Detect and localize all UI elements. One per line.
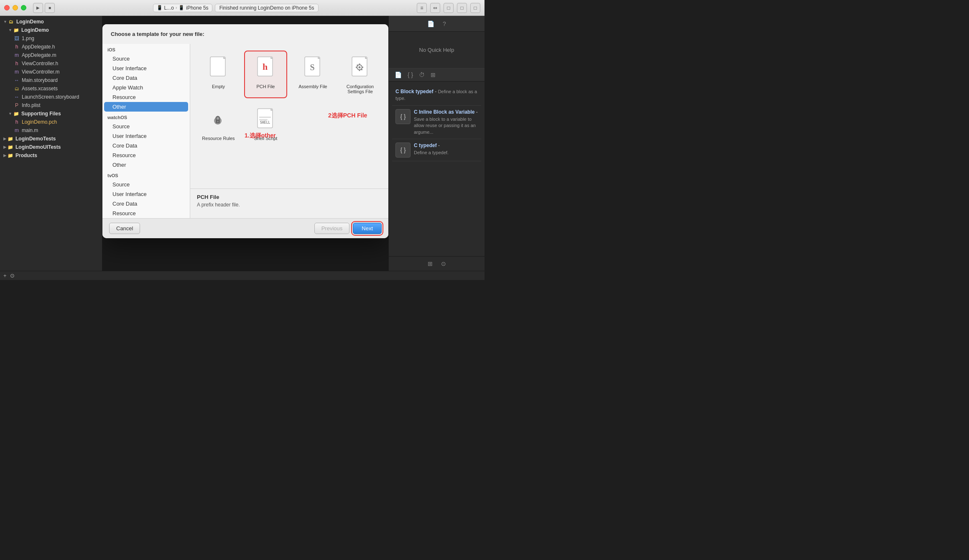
bottom-tab-grid[interactable]: ⊞ xyxy=(425,259,435,268)
file-inspector-tab[interactable]: 📄 xyxy=(425,19,437,28)
inspector-toggle[interactable]: □ xyxy=(470,3,480,13)
template-icon-assembly: S xyxy=(301,55,326,81)
dialog-header: Choose a template for your new file: xyxy=(102,24,388,44)
inspector-tab-braces[interactable]: { } xyxy=(405,70,416,79)
template-item-config[interactable]: Configuration Settings File xyxy=(339,51,382,98)
sidebar-item-main-m[interactable]: m main.m xyxy=(0,126,102,135)
cat-item-watchos-other[interactable]: Other xyxy=(102,160,190,170)
disclosure-icon: ▼ xyxy=(3,20,7,24)
inspector-panel: 📄 ? No Quick Help 📄 { } ⏱ ⊞ C Block type… xyxy=(388,16,484,271)
disclosure-icon: ▶ xyxy=(3,145,6,149)
cat-item-ios-other[interactable]: Other xyxy=(104,102,188,112)
folder-icon: 📁 xyxy=(7,135,14,142)
svg-text:SHELL: SHELL xyxy=(260,121,270,125)
cat-item-tvos-resource[interactable]: Resource xyxy=(102,209,190,218)
debug-toggle[interactable]: □ xyxy=(457,3,467,13)
cat-item-watchos-source[interactable]: Source xyxy=(102,122,190,131)
new-file-dialog: Choose a template for your new file: iOS… xyxy=(102,24,388,238)
folder-icon: 📁 xyxy=(13,27,20,33)
template-icon-resource-rules xyxy=(206,107,231,133)
stop-button[interactable]: ■ xyxy=(45,3,55,13)
inspector-tab-grid[interactable]: ⊞ xyxy=(428,70,438,79)
inspector-tab-file[interactable]: 📄 xyxy=(392,70,404,79)
template-item-empty[interactable]: Empty xyxy=(197,51,240,98)
cat-item-ios-apple-watch[interactable]: Apple Watch xyxy=(102,83,190,92)
sidebar-item-main-storyboard[interactable]: ↔ Main.storyboard xyxy=(0,76,102,84)
source-icon: m xyxy=(13,127,20,134)
sidebar-item-logindemoutests[interactable]: ▶ 📁 LoginDemoUITests xyxy=(0,143,102,151)
sidebar-item-appdelegate-m[interactable]: m AppDelegate.m xyxy=(0,51,102,59)
minimize-button[interactable] xyxy=(13,5,18,10)
folder-icon: 📁 xyxy=(7,152,14,159)
sidebar-item-supporting-files[interactable]: ▼ 📁 Supporting Files xyxy=(0,109,102,118)
svg-point-7 xyxy=(358,66,360,69)
sidebar-item-products[interactable]: ▶ 📁 Products xyxy=(0,151,102,160)
cat-item-tvos-source[interactable]: Source xyxy=(102,180,190,189)
template-item-assembly[interactable]: S Assembly File xyxy=(291,51,334,98)
template-item-resource-rules[interactable]: Resource Rules xyxy=(197,102,240,145)
svg-text:S: S xyxy=(310,63,314,72)
sidebar-item-pch[interactable]: h LoginDemo.pch xyxy=(0,118,102,126)
cat-item-ios-ui[interactable]: User Interface xyxy=(102,64,190,73)
template-label-assembly: Assembly File xyxy=(298,84,327,89)
folder-icon: 🗂 xyxy=(8,18,15,25)
sidebar-item-viewcontroller-m[interactable]: m ViewController.m xyxy=(0,68,102,76)
cat-item-tvos-ui[interactable]: User Interface xyxy=(102,189,190,199)
center-content: Choose a template for your new file: iOS… xyxy=(102,16,388,271)
sidebar-item-appdelegate-h[interactable]: h AppDelegate.h xyxy=(0,43,102,51)
cancel-button[interactable]: Cancel xyxy=(109,223,140,234)
ios-section-header: iOS xyxy=(102,44,190,54)
dialog-overlay: Choose a template for your new file: iOS… xyxy=(102,16,388,271)
sidebar-item-infoplist[interactable]: P Info.plist xyxy=(0,101,102,109)
template-item-shell-script[interactable]: SHELL Shell Script xyxy=(244,102,287,145)
svg-rect-0 xyxy=(210,57,225,76)
cat-item-watchos-ui[interactable]: User Interface xyxy=(102,131,190,141)
bottom-bar: + ⊙ xyxy=(0,271,484,280)
template-label-shell-script: Shell Script xyxy=(254,136,278,141)
inspector-header: 📄 ? xyxy=(389,16,484,32)
sidebar-item-1png[interactable]: 🖼 1.png xyxy=(0,34,102,43)
editor-assistant-button[interactable]: ⇔ xyxy=(430,3,440,13)
sidebar-item-logindemo-group[interactable]: ▼ 📁 LoginDemo xyxy=(0,26,102,34)
template-grid: Empty h xyxy=(190,44,388,189)
editor-standard-button[interactable]: ≡ xyxy=(417,3,427,13)
cat-item-ios-source[interactable]: Source xyxy=(102,54,190,64)
template-label-pch: PCH File xyxy=(256,84,275,89)
inspector-tab-clock[interactable]: ⏱ xyxy=(416,70,427,79)
snippet-item-ctypedef: { } C typedef - Define a typedef. xyxy=(392,139,481,161)
snippet-title-ctypedef: C typedef - xyxy=(414,143,478,148)
storyboard-icon: ↔ xyxy=(13,94,20,100)
play-button[interactable]: ▶ xyxy=(33,3,43,13)
cat-item-watchos-resource[interactable]: Resource xyxy=(102,150,190,160)
folder-icon: 📁 xyxy=(7,144,14,150)
snippet-title-cinline: C Inline Block as Variable - xyxy=(414,109,478,115)
close-button[interactable] xyxy=(4,5,10,10)
cat-item-tvos-core-data[interactable]: Core Data xyxy=(102,199,190,209)
titlebar: ▶ ■ 📱 L...o › 📱 iPhone 5s Finished runni… xyxy=(0,0,484,16)
maximize-button[interactable] xyxy=(21,5,26,10)
scheme-selector[interactable]: 📱 L...o › 📱 iPhone 5s xyxy=(153,4,212,12)
quick-help-tab[interactable]: ? xyxy=(440,19,449,28)
target-button[interactable]: ⊙ xyxy=(10,272,15,279)
file-label: AppDelegate.m xyxy=(22,52,56,58)
disclosure-icon: ▶ xyxy=(3,153,6,158)
next-button[interactable]: Next xyxy=(353,223,382,234)
cat-item-ios-resource[interactable]: Resource xyxy=(102,92,190,102)
cat-item-watchos-core-data[interactable]: Core Data xyxy=(102,141,190,150)
sidebar-item-launchscreen[interactable]: ↔ LaunchScreen.storyboard xyxy=(0,93,102,101)
cat-item-ios-core-data[interactable]: Core Data xyxy=(102,73,190,83)
navigator-toggle[interactable]: □ xyxy=(444,3,454,13)
snippet-title-cblock: C Block typedef xyxy=(395,89,434,94)
header-icon: h xyxy=(13,43,20,50)
sidebar-item-logindemotests[interactable]: ▶ 📁 LoginDemoTests xyxy=(0,135,102,143)
svg-rect-8 xyxy=(359,64,360,65)
sidebar-item-assets[interactable]: 🗂 Assets.xcassets xyxy=(0,84,102,93)
template-panel: Empty h xyxy=(190,44,388,218)
sidebar-item-root[interactable]: ▼ 🗂 LoginDemo xyxy=(0,18,102,26)
add-button[interactable]: + xyxy=(3,272,7,279)
sidebar-item-viewcontroller-h[interactable]: h ViewController.h xyxy=(0,59,102,68)
svg-rect-11 xyxy=(362,67,363,68)
template-item-pch[interactable]: h PCH File xyxy=(244,51,287,98)
bottom-tab-media[interactable]: ⊙ xyxy=(439,259,449,268)
header-icon: h xyxy=(13,60,20,67)
